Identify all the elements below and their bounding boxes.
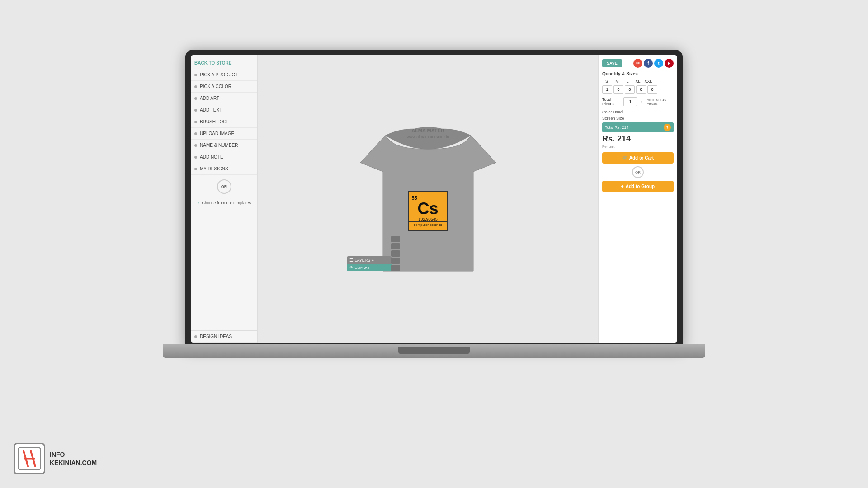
layers-header: ☰ LAYERS » bbox=[347, 256, 392, 264]
layers-clipart-item[interactable]: 👁 CLIPART bbox=[347, 264, 392, 271]
social-icons: ✉ f t P bbox=[633, 59, 674, 68]
email-share-button[interactable]: ✉ bbox=[633, 59, 642, 68]
logo-icon bbox=[14, 443, 45, 474]
sidebar-item-add-art[interactable]: ADD ART bbox=[191, 93, 257, 104]
sidebar-label-upload-image: UPLOAD IMAGE bbox=[200, 131, 234, 136]
checkmark-icon: ✓ bbox=[197, 201, 202, 205]
total-pieces-input[interactable] bbox=[623, 97, 637, 106]
arrow-icon: ← bbox=[640, 99, 644, 104]
sidebar-label-add-art: ADD ART bbox=[200, 96, 219, 101]
size-l-input[interactable] bbox=[625, 85, 635, 94]
element-number: 55 bbox=[409, 195, 417, 201]
quantity-sizes-title: Quantity & Sizes bbox=[602, 71, 674, 76]
sidebar-item-design-ideas[interactable]: DESIGN IDEAS bbox=[191, 330, 257, 343]
sidebar-label-add-note: ADD NOTE bbox=[200, 155, 223, 160]
choose-templates[interactable]: ✓ Choose from our templates bbox=[191, 198, 257, 208]
logo-text: INFO KEKINIAN.COM bbox=[50, 450, 97, 467]
sidebar-dot bbox=[194, 168, 197, 170]
sidebar-item-add-note[interactable]: ADD NOTE bbox=[191, 151, 257, 163]
price-display: Rs. 214 bbox=[602, 134, 674, 144]
tool-btn-4[interactable] bbox=[391, 258, 400, 264]
sidebar-dot bbox=[194, 335, 197, 338]
tool-btn-3[interactable] bbox=[391, 250, 400, 257]
element-symbol: Cs bbox=[417, 201, 438, 217]
sidebar-dot bbox=[194, 132, 197, 135]
element-badge[interactable]: 55 Cs 132,90545 computer science bbox=[408, 191, 448, 231]
size-s-label: S bbox=[602, 79, 611, 84]
sidebar-label-pick-product: PICK A PRODUCT bbox=[200, 72, 238, 77]
add-to-group-button[interactable]: + Add to Group bbox=[602, 181, 674, 192]
facebook-share-button[interactable]: f bbox=[644, 59, 653, 68]
tool-btn-1[interactable] bbox=[391, 236, 400, 242]
sidebar-label-brush-tool: BRUSH TOOL bbox=[200, 119, 229, 124]
sidebar-item-upload-image[interactable]: UPLOAD IMAGE bbox=[191, 128, 257, 140]
sidebar-dot bbox=[194, 74, 197, 76]
size-m-input[interactable] bbox=[613, 85, 623, 94]
tshirt-area[interactable]: ALMA MATER www.almamaterstore.in 55 Cs 1… bbox=[342, 108, 514, 289]
per-unit-label: Per unit bbox=[602, 145, 674, 149]
quantity-row: Total Pieces ← Minimum 10 Pieces bbox=[602, 97, 674, 106]
sidebar-item-my-designs[interactable]: MY DESIGNS bbox=[191, 163, 257, 175]
sidebar-dot bbox=[194, 109, 197, 112]
add-to-cart-button[interactable]: 🛒 Add to Cart bbox=[602, 152, 674, 164]
size-m-label: M bbox=[613, 79, 622, 84]
size-xl-label: XL bbox=[633, 79, 642, 84]
plus-icon: + bbox=[621, 184, 624, 189]
or-circle: OR bbox=[217, 179, 231, 194]
or-circle-small: OR bbox=[632, 166, 644, 178]
element-name: computer science bbox=[409, 221, 447, 227]
size-xxl-label: XXL bbox=[644, 79, 653, 84]
sidebar-label-add-text: ADD TEXT bbox=[200, 108, 222, 113]
size-grid: S M L XL XXL bbox=[602, 79, 674, 94]
sidebar-label-pick-color: PICK A COLOR bbox=[200, 84, 231, 89]
sidebar-dot bbox=[194, 156, 197, 159]
sidebar-item-brush-tool[interactable]: BRUSH TOOL bbox=[191, 116, 257, 128]
right-panel-header: SAVE ✉ f t P bbox=[602, 59, 674, 68]
logo-svg bbox=[18, 447, 41, 470]
sidebar-dot bbox=[194, 121, 197, 123]
element-mass: 132,90545 bbox=[418, 217, 438, 221]
minimum-label: Minimum 10 Pieces bbox=[646, 98, 674, 106]
sidebar-item-pick-color[interactable]: PICK A COLOR bbox=[191, 81, 257, 93]
size-header-row: S M L XL XXL bbox=[602, 79, 674, 84]
save-button[interactable]: SAVE bbox=[602, 59, 622, 67]
tool-btn-2[interactable] bbox=[391, 243, 400, 249]
sidebar: BACK TO STORE PICK A PRODUCT PICK A COLO… bbox=[191, 55, 258, 343]
eye-icon: 👁 bbox=[349, 266, 353, 270]
layers-panel: ☰ LAYERS » 👁 CLIPART bbox=[347, 256, 392, 271]
main-canvas: ALMA MATER www.almamaterstore.in 55 Cs 1… bbox=[258, 55, 598, 343]
or-divider: OR bbox=[602, 166, 674, 178]
pinterest-share-button[interactable]: P bbox=[665, 59, 674, 68]
layers-layers-icon: ☰ bbox=[349, 258, 353, 263]
twitter-share-button[interactable]: t bbox=[654, 59, 663, 68]
size-s-input[interactable] bbox=[602, 85, 612, 94]
size-input-row bbox=[602, 85, 674, 94]
sidebar-or-divider: OR bbox=[191, 179, 257, 194]
sidebar-item-pick-product[interactable]: PICK A PRODUCT bbox=[191, 69, 257, 81]
info-help-icon[interactable]: ? bbox=[664, 124, 671, 131]
sidebar-label-name-number: NAME & NUMBER bbox=[200, 143, 238, 148]
size-xl-input[interactable] bbox=[636, 85, 646, 94]
sidebar-dot bbox=[194, 85, 197, 88]
size-xxl-input[interactable] bbox=[647, 85, 657, 94]
right-panel: SAVE ✉ f t P bbox=[598, 55, 677, 343]
shirt-watermark: ALMA MATER www.almamaterstore.in bbox=[407, 127, 449, 140]
sidebar-item-name-number[interactable]: NAME & NUMBER bbox=[191, 140, 257, 151]
sidebar-dot bbox=[194, 144, 197, 147]
sidebar-label-my-designs: MY DESIGNS bbox=[200, 166, 228, 171]
sidebar-label-design-ideas: DESIGN IDEAS bbox=[200, 334, 232, 339]
color-used-row: Color Used bbox=[602, 110, 674, 114]
sidebar-dot bbox=[194, 97, 197, 100]
laptop-hinge bbox=[398, 347, 470, 354]
logo-area: INFO KEKINIAN.COM bbox=[14, 443, 97, 474]
back-to-store-link[interactable]: BACK TO STORE bbox=[191, 59, 257, 69]
tool-btn-5[interactable] bbox=[391, 265, 400, 271]
screen-size-row: Screen Size bbox=[602, 116, 674, 121]
layers-tools bbox=[391, 236, 400, 271]
total-bar: Total Rs. 214 ? bbox=[602, 122, 674, 132]
sidebar-item-add-text[interactable]: ADD TEXT bbox=[191, 104, 257, 116]
size-l-label: L bbox=[623, 79, 632, 84]
cart-icon: 🛒 bbox=[622, 155, 627, 160]
total-pieces-label: Total Pieces bbox=[602, 97, 621, 106]
